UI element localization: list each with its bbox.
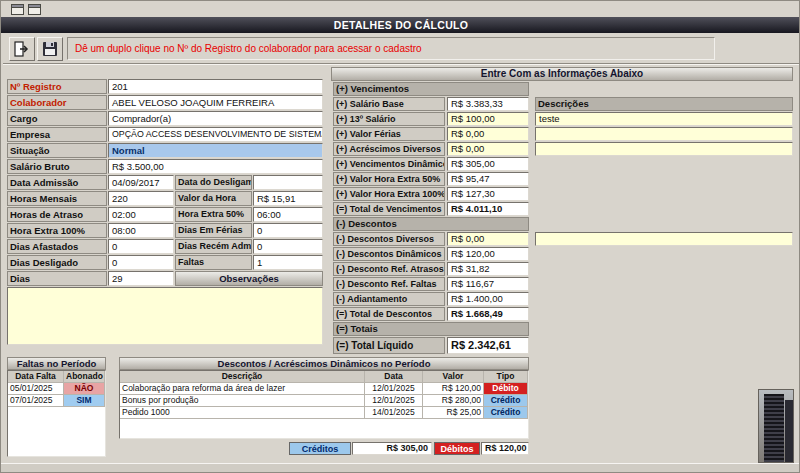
dinamico-descricao-cell[interactable]: Colaboração para reforma da área de laze… bbox=[120, 383, 365, 395]
vencimentos-dinamicos-field[interactable]: R$ 305,00 bbox=[447, 157, 529, 171]
falta-abonado-cell[interactable]: NÃO bbox=[64, 383, 105, 395]
dinamico-tipo-badge[interactable]: Crédito bbox=[484, 407, 528, 419]
hora-extra-50-field[interactable]: 06:00 bbox=[253, 207, 323, 222]
dinamicos-row[interactable]: Pedido 1000 14/01/2025 R$ 25,00 Crédito bbox=[120, 407, 528, 419]
dias-recem-adm-field[interactable]: 0 bbox=[253, 239, 323, 254]
colaborador-label: Colaborador bbox=[7, 95, 107, 110]
descontos-dinamicos-field[interactable]: R$ 120,00 bbox=[447, 247, 529, 261]
data-desligamento-label: Data do Desligam. bbox=[175, 175, 252, 190]
dinamico-data-cell[interactable]: 14/01/2025 bbox=[365, 407, 423, 419]
status-strip bbox=[1, 463, 800, 473]
falta-data-cell[interactable]: 07/01/2025 bbox=[8, 395, 64, 407]
dias-ferias-label: Dias Em Férias bbox=[175, 223, 252, 238]
exit-icon bbox=[13, 40, 31, 58]
salario-base-field[interactable]: R$ 3.383,33 bbox=[447, 97, 529, 111]
total-liquido-field[interactable]: R$ 2.342,61 bbox=[447, 337, 529, 354]
faltas-col-abonado: Abonado bbox=[64, 371, 105, 383]
adiantamento-field[interactable]: R$ 1.400,00 bbox=[447, 292, 529, 306]
horas-atraso-field[interactable]: 02:00 bbox=[108, 207, 174, 222]
data-admissao-field[interactable]: 04/09/2017 bbox=[108, 175, 174, 190]
app-mini-icon-2[interactable] bbox=[28, 4, 41, 15]
faltas-field[interactable]: 1 bbox=[253, 255, 323, 270]
decimo-terceiro-label: (+) 13º Salário bbox=[333, 112, 445, 126]
descricao-descontos-field[interactable] bbox=[535, 232, 793, 246]
valor-hora-field[interactable]: R$ 15,91 bbox=[253, 191, 323, 206]
observacoes-textarea[interactable] bbox=[7, 287, 323, 345]
dinamico-descricao-cell[interactable]: Pedido 1000 bbox=[120, 407, 365, 419]
dinamico-tipo-badge[interactable]: Crédito bbox=[484, 395, 528, 407]
dinamico-descricao-cell[interactable]: Bonus por produção bbox=[120, 395, 365, 407]
creditos-total-field[interactable]: R$ 305,00 bbox=[352, 442, 432, 455]
faltas-row[interactable]: 05/01/2025 NÃO bbox=[8, 383, 105, 395]
totais-header: (=) Totais bbox=[333, 322, 529, 336]
building-tower-1 bbox=[764, 394, 784, 463]
desconto-atrasos-label: (-) Desconto Ref. Atrasos bbox=[333, 262, 445, 276]
decimo-terceiro-field[interactable]: R$ 100,00 bbox=[447, 112, 529, 126]
building-image bbox=[758, 389, 794, 463]
dias-ferias-field[interactable]: 0 bbox=[253, 223, 323, 238]
dinamicos-col-valor: Valor bbox=[423, 371, 484, 383]
dinamicos-row[interactable]: Bonus por produção 12/01/2025 R$ 280,00 … bbox=[120, 395, 528, 407]
dinamico-valor-cell[interactable]: R$ 120,00 bbox=[423, 383, 484, 395]
data-desligamento-field[interactable] bbox=[253, 175, 323, 190]
debitos-total-field[interactable]: R$ 120,00 bbox=[481, 442, 529, 455]
salario-bruto-label: Salário Bruto bbox=[7, 159, 107, 174]
situacao-field[interactable]: Normal bbox=[108, 143, 323, 158]
dinamico-valor-cell[interactable]: R$ 280,00 bbox=[423, 395, 484, 407]
falta-data-cell[interactable]: 05/01/2025 bbox=[8, 383, 64, 395]
calc-header: Entre Com as Informações Abaixo bbox=[331, 67, 793, 81]
dinamico-data-cell[interactable]: 12/01/2025 bbox=[365, 383, 423, 395]
dinamicos-table-header-row: Descrição Data Valor Tipo bbox=[120, 371, 528, 383]
dinamico-valor-cell[interactable]: R$ 25,00 bbox=[423, 407, 484, 419]
cargo-field[interactable]: Comprador(a) bbox=[108, 111, 323, 126]
falta-abonado-cell[interactable]: SIM bbox=[64, 395, 105, 407]
save-icon bbox=[41, 40, 59, 58]
valor-hora-extra-50-field[interactable]: R$ 95,47 bbox=[447, 172, 529, 186]
total-vencimentos-field[interactable]: R$ 4.011,10 bbox=[447, 202, 529, 216]
valor-hora-extra-50-label: (+) Valor Hora Extra 50% bbox=[333, 172, 445, 186]
faltas-panel-header: Faltas no Período bbox=[7, 357, 106, 370]
dias-afastados-field[interactable]: 0 bbox=[108, 239, 174, 254]
descricao-ferias-field[interactable] bbox=[535, 127, 793, 141]
debitos-label: Débitos bbox=[434, 442, 480, 455]
save-button[interactable] bbox=[37, 37, 63, 61]
valor-ferias-field[interactable]: R$ 0,00 bbox=[447, 127, 529, 141]
desconto-faltas-field[interactable]: R$ 116,67 bbox=[447, 277, 529, 291]
acrescimos-diversos-field[interactable]: R$ 0,00 bbox=[447, 142, 529, 156]
registro-field[interactable]: 201 bbox=[108, 79, 323, 94]
dias-label: Dias bbox=[7, 271, 107, 286]
exit-button[interactable] bbox=[9, 37, 35, 61]
dinamico-data-cell[interactable]: 12/01/2025 bbox=[365, 395, 423, 407]
salario-bruto-field[interactable]: R$ 3.500,00 bbox=[108, 159, 323, 174]
horas-mensais-field[interactable]: 220 bbox=[108, 191, 174, 206]
dinamicos-row[interactable]: Colaboração para reforma da área de laze… bbox=[120, 383, 528, 395]
colaborador-field[interactable]: ABEL VELOSO JOAQUIM FERREIRA bbox=[108, 95, 323, 110]
horas-mensais-label: Horas Mensais bbox=[7, 191, 107, 206]
building-tower-2 bbox=[785, 400, 793, 463]
faltas-table: Data Falta Abonado 05/01/2025 NÃO 07/01/… bbox=[7, 370, 106, 457]
hora-extra-100-label: Hora Extra 100% bbox=[7, 223, 107, 238]
hora-extra-100-field[interactable]: 08:00 bbox=[108, 223, 174, 238]
descontos-diversos-field[interactable]: R$ 0,00 bbox=[447, 232, 529, 246]
hint-text: Dê um duplo clique no Nº do Registro do … bbox=[75, 42, 422, 56]
total-descontos-field[interactable]: R$ 1.668,49 bbox=[447, 307, 529, 321]
faltas-table-header-row: Data Falta Abonado bbox=[8, 371, 105, 383]
creditos-label: Créditos bbox=[289, 442, 351, 455]
dias-desligado-label: Dias Desligado bbox=[7, 255, 107, 270]
app-mini-icon-1[interactable] bbox=[11, 4, 24, 15]
dias-desligado-field[interactable]: 0 bbox=[108, 255, 174, 270]
data-admissao-label: Data Admissão bbox=[7, 175, 107, 190]
descricao-13-field[interactable]: teste bbox=[535, 112, 793, 126]
valor-hora-label: Valor da Hora bbox=[175, 191, 252, 206]
faltas-row[interactable]: 07/01/2025 SIM bbox=[8, 395, 105, 407]
dias-field[interactable]: 29 bbox=[108, 271, 174, 286]
descricao-acrescimos-field[interactable] bbox=[535, 142, 793, 156]
desconto-atrasos-field[interactable]: R$ 31,82 bbox=[447, 262, 529, 276]
app-mini-icon-1-bar bbox=[12, 5, 23, 8]
situacao-label: Situação bbox=[7, 143, 107, 158]
valor-ferias-label: (+) Valor Férias bbox=[333, 127, 445, 141]
valor-hora-extra-100-field[interactable]: R$ 127,30 bbox=[447, 187, 529, 201]
descontos-header: (-) Descontos bbox=[333, 217, 529, 231]
empresa-field[interactable]: OPÇÃO ACCESS DESENVOLVIMENTO DE SISTEMAS bbox=[108, 127, 323, 142]
dinamico-tipo-badge[interactable]: Débito bbox=[484, 383, 528, 395]
